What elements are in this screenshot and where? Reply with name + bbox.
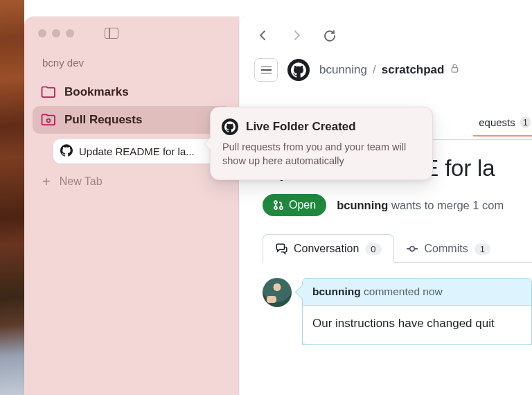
comment-header: bcunning commented now (303, 279, 531, 306)
avatar[interactable] (263, 278, 292, 307)
comment-body: Our instructions have changed quit (303, 306, 531, 344)
tab-label: Commits (425, 243, 468, 255)
svg-rect-1 (452, 68, 458, 73)
pr-merge-text: wants to merge 1 com (388, 199, 504, 211)
repo-name-link[interactable]: scratchpad (382, 63, 445, 77)
tab-conversation[interactable]: Conversation 0 (263, 234, 394, 263)
traffic-close[interactable] (38, 29, 46, 37)
pr-merge-line: bcunning wants to merge 1 com (337, 199, 504, 212)
svg-point-4 (280, 207, 283, 209)
repo-owner-link[interactable]: bcunning (319, 63, 367, 77)
git-commit-icon (406, 243, 418, 255)
github-icon (60, 144, 73, 159)
tab-label: Conversation (294, 243, 359, 255)
pr-status-row: Open bcunning wants to merge 1 com (263, 194, 532, 216)
tab-pull-requests[interactable]: equests 1 (473, 116, 532, 137)
reload-button[interactable] (322, 28, 337, 43)
sidebar-nav: Bookmarks Pull Requests Update README fo… (24, 78, 239, 164)
folder-icon (41, 86, 56, 98)
traffic-zoom[interactable] (66, 29, 74, 37)
tab-count: 1 (520, 116, 531, 128)
sidebar-item-label: Pull Requests (64, 113, 142, 127)
pr-state-label: Open (289, 199, 316, 211)
sidebar-sub-item-label: Update README for la... (79, 146, 195, 157)
new-tab-label: New Tab (60, 175, 103, 188)
tab-count: 0 (365, 243, 381, 255)
popover-body: Pull requests from you and your team wil… (222, 140, 420, 168)
comment-box: bcunning commented now Our instructions … (302, 278, 532, 345)
comment-row: bcunning commented now Our instructions … (263, 278, 532, 345)
live-folder-popover: Live Folder Created Pull requests from y… (210, 107, 433, 180)
sidebar-item-bookmarks[interactable]: Bookmarks (33, 78, 231, 106)
traffic-minimize[interactable] (52, 29, 60, 37)
svg-point-3 (274, 207, 277, 209)
git-pull-request-icon (273, 200, 284, 211)
window-titlebar (24, 17, 239, 44)
breadcrumb: bcunning / scratchpad (319, 63, 460, 77)
comment-discussion-icon (275, 243, 287, 255)
sidebar-item-label: Bookmarks (64, 85, 129, 99)
sidebar-toggle-icon[interactable] (105, 28, 118, 39)
lock-icon (450, 63, 460, 77)
svg-point-2 (274, 201, 277, 204)
comment-meta: commented now (361, 286, 443, 297)
tab-label-fragment: equests (479, 116, 515, 128)
sidebar-window: bcny dev Bookmarks Pull Requests Update … (24, 17, 239, 395)
workspace-name[interactable]: bcny dev (24, 44, 239, 78)
browser-toolbar (239, 17, 532, 53)
sidebar-item-pull-requests[interactable]: Pull Requests (33, 106, 231, 134)
breadcrumb-separator: / (373, 63, 376, 77)
pr-state-badge: Open (263, 194, 326, 216)
comment-author-link[interactable]: bcunning (312, 286, 361, 297)
new-tab-button[interactable]: + New Tab (24, 164, 239, 188)
back-button[interactable] (256, 28, 271, 43)
pr-tabs: Conversation 0 Commits 1 (263, 234, 532, 263)
repo-header: bcunning / scratchpad (239, 53, 532, 94)
github-icon (222, 119, 238, 135)
svg-point-0 (47, 119, 51, 123)
tab-commits[interactable]: Commits 1 (394, 234, 503, 263)
folder-live-icon (41, 114, 56, 126)
traffic-lights[interactable] (38, 29, 74, 37)
svg-point-5 (409, 247, 414, 252)
forward-button (289, 28, 304, 43)
tab-count: 1 (475, 243, 490, 255)
desktop-wallpaper (0, 0, 24, 395)
github-mark-icon[interactable] (287, 59, 310, 81)
plus-icon: + (42, 175, 51, 188)
popover-title: Live Folder Created (246, 120, 356, 134)
hamburger-menu[interactable] (254, 58, 278, 82)
pr-author-link[interactable]: bcunning (337, 199, 388, 211)
